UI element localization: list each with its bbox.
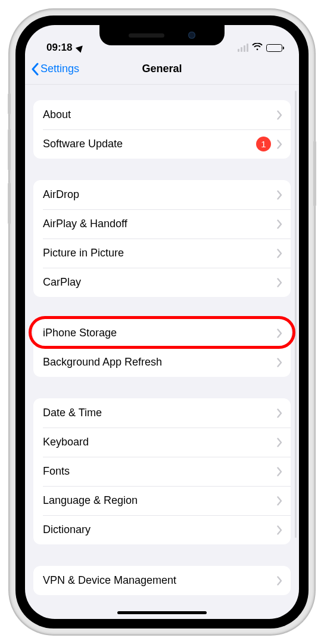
row-label: VPN & Device Management xyxy=(43,574,277,587)
back-button[interactable]: Settings xyxy=(31,63,79,76)
row-keyboard[interactable]: Keyboard xyxy=(33,428,291,457)
settings-group: VPN & Device Management xyxy=(33,566,291,595)
settings-group: iPhone StorageBackground App Refresh xyxy=(33,318,291,377)
volume-up-button xyxy=(8,129,11,171)
settings-group: Date & TimeKeyboardFontsLanguage & Regio… xyxy=(33,398,291,544)
chevron-right-icon xyxy=(277,329,282,338)
row-label: AirPlay & Handoff xyxy=(43,218,277,230)
notch xyxy=(99,25,225,45)
row-label: Picture in Picture xyxy=(43,247,277,259)
chevron-right-icon xyxy=(277,525,282,535)
row-label: Dictionary xyxy=(43,524,277,536)
front-camera xyxy=(188,32,195,39)
nav-bar: Settings General xyxy=(25,54,299,85)
row-label: Keyboard xyxy=(43,436,277,448)
chevron-right-icon xyxy=(277,110,282,120)
chevron-left-icon xyxy=(31,63,39,76)
chevron-right-icon xyxy=(277,438,282,447)
power-button xyxy=(313,141,316,206)
row-label: About xyxy=(43,109,277,121)
row-software-update[interactable]: Software Update1 xyxy=(33,129,291,159)
row-label: Fonts xyxy=(43,465,277,478)
row-iphone-storage[interactable]: iPhone Storage xyxy=(33,318,291,348)
home-indicator[interactable] xyxy=(117,611,207,614)
row-vpn-device-management[interactable]: VPN & Device Management xyxy=(33,566,291,595)
chevron-right-icon xyxy=(277,249,282,258)
row-about[interactable]: About xyxy=(33,100,291,129)
notification-badge: 1 xyxy=(256,137,271,151)
scrollbar[interactable] xyxy=(295,91,297,538)
row-label: CarPlay xyxy=(43,276,277,289)
chevron-right-icon xyxy=(277,219,282,229)
chevron-right-icon xyxy=(277,190,282,200)
cellular-signal-icon xyxy=(238,44,248,52)
row-airdrop[interactable]: AirDrop xyxy=(33,180,291,209)
row-carplay[interactable]: CarPlay xyxy=(33,268,291,297)
row-language-region[interactable]: Language & Region xyxy=(33,486,291,515)
row-label: Background App Refresh xyxy=(43,356,277,369)
iphone-frame: 09:18 Settings xyxy=(10,10,314,634)
row-label: iPhone Storage xyxy=(43,327,277,339)
silence-switch xyxy=(8,93,11,114)
chevron-right-icon xyxy=(277,358,282,367)
chevron-right-icon xyxy=(277,576,282,586)
content-area: AboutSoftware Update1AirDropAirPlay & Ha… xyxy=(25,85,299,619)
volume-down-button xyxy=(8,182,11,224)
row-fonts[interactable]: Fonts xyxy=(33,457,291,486)
row-label: AirDrop xyxy=(43,188,277,201)
row-picture-in-picture[interactable]: Picture in Picture xyxy=(33,239,291,268)
status-time: 09:18 xyxy=(46,42,72,54)
settings-group: AirDropAirPlay & HandoffPicture in Pictu… xyxy=(33,180,291,297)
row-label: Date & Time xyxy=(43,407,277,419)
chevron-right-icon xyxy=(277,467,282,476)
wifi-icon xyxy=(252,42,263,54)
row-background-app-refresh[interactable]: Background App Refresh xyxy=(33,348,291,377)
location-icon xyxy=(76,43,85,52)
row-label: Software Update xyxy=(43,138,256,150)
back-label: Settings xyxy=(40,63,79,75)
row-label: Language & Region xyxy=(43,494,277,507)
battery-icon xyxy=(266,44,282,52)
chevron-right-icon xyxy=(277,278,282,287)
settings-group: AboutSoftware Update1 xyxy=(33,100,291,159)
row-date-time[interactable]: Date & Time xyxy=(33,398,291,428)
chevron-right-icon xyxy=(277,408,282,418)
chevron-right-icon xyxy=(277,496,282,506)
speaker-grille xyxy=(129,33,164,38)
row-dictionary[interactable]: Dictionary xyxy=(33,515,291,544)
chevron-right-icon xyxy=(277,140,282,149)
row-airplay-handoff[interactable]: AirPlay & Handoff xyxy=(33,209,291,239)
